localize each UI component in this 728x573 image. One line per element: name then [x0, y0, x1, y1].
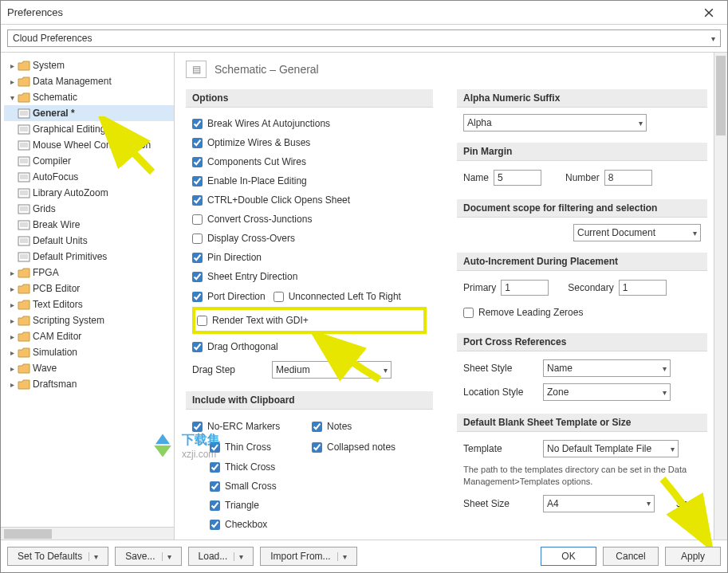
- tree-item-cam-editor[interactable]: ▸CAM Editor: [4, 328, 174, 344]
- chk-convert-cross-junctions[interactable]: Convert Cross-Junctions: [192, 210, 427, 229]
- tree-item-wave[interactable]: ▸Wave: [4, 360, 174, 376]
- page-icon: [17, 219, 31, 230]
- chk-notes[interactable]: Notes: [312, 417, 352, 436]
- page-title: Schematic – General: [214, 63, 319, 76]
- template-select[interactable]: No Default Template File▾: [543, 440, 679, 457]
- tree-item-break-wire[interactable]: Break Wire: [4, 217, 174, 233]
- suffix-select[interactable]: Alpha▾: [463, 114, 647, 131]
- drag-step-select[interactable]: Medium▾: [272, 361, 392, 379]
- nav-tree[interactable]: ▸System▸Data Management▾SchematicGeneral…: [1, 53, 174, 527]
- chk-ctrl-double-click-opens-sheet[interactable]: CTRL+Double Click Opens Sheet: [192, 190, 427, 210]
- save-button[interactable]: Save...▾: [115, 547, 181, 566]
- tree-item-system[interactable]: ▸System: [4, 57, 174, 73]
- chk-triangle[interactable]: Triangle: [192, 496, 427, 515]
- tree-item-label: Simulation: [33, 347, 77, 358]
- folder-icon: [17, 331, 31, 342]
- suffix-group: Alpha Numeric Suffix Alpha▾: [457, 89, 707, 131]
- folder-icon: [17, 363, 31, 374]
- chevron-down-icon: ▾: [647, 499, 651, 508]
- chk-display-cross-overs[interactable]: Display Cross-Overs: [192, 229, 427, 248]
- doc-scope-select[interactable]: Current Document▾: [573, 224, 701, 241]
- pin-number-input[interactable]: 8: [604, 170, 652, 186]
- chk-unconnected-lr[interactable]: Unconnected Left To Right: [273, 287, 401, 306]
- set-defaults-button[interactable]: Set To Defaults▾: [7, 547, 108, 566]
- tree-item-fpga[interactable]: ▸FPGA: [4, 265, 174, 281]
- tree-item-mouse-wheel-configuration[interactable]: Mouse Wheel Configuration: [4, 137, 174, 153]
- auto-inc-group: Auto-Increment During Placement Primary1…: [457, 253, 707, 322]
- bottom-bar: Set To Defaults▾ Save...▾ Load...▾ Impor…: [1, 540, 727, 572]
- tree-item-compiler[interactable]: Compiler: [4, 153, 174, 169]
- primary-input[interactable]: 1: [501, 280, 549, 296]
- chevron-down-icon: ▾: [337, 552, 347, 561]
- tree-item-simulation[interactable]: ▸Simulation: [4, 344, 174, 360]
- chk-components-cut-wires[interactable]: Components Cut Wires: [192, 152, 427, 171]
- close-button[interactable]: [697, 1, 721, 25]
- chevron-right-icon: ▸: [7, 316, 17, 325]
- tree-item-label: FPGA: [33, 267, 59, 278]
- highlight-render-gdi: Render Text with GDI+: [192, 307, 427, 334]
- tree-item-label: PCB Editor: [33, 283, 80, 294]
- chk-drag-orthogonal[interactable]: Drag Orthogonal: [192, 337, 427, 356]
- chk-collapsed-notes[interactable]: Collapsed notes: [312, 438, 395, 457]
- tree-item-scripting-system[interactable]: ▸Scripting System: [4, 312, 174, 328]
- chevron-down-icon: ▾: [384, 366, 388, 375]
- chk-thick-cross[interactable]: Thick Cross: [192, 457, 427, 477]
- page-icon: [17, 251, 31, 262]
- chevron-down-icon: ▾: [234, 552, 243, 561]
- tree-item-default-units[interactable]: Default Units: [4, 233, 174, 249]
- pin-name-input[interactable]: 5: [494, 170, 541, 186]
- tree-item-label: Scripting System: [33, 315, 104, 326]
- chk-small-cross[interactable]: Small Cross: [192, 477, 427, 496]
- primary-label: Primary: [463, 282, 496, 293]
- auto-inc-title: Auto-Increment During Placement: [457, 253, 707, 271]
- chk-thin-cross[interactable]: Thin Cross: [192, 438, 304, 457]
- location-style-select[interactable]: Zone▾: [543, 383, 671, 401]
- chk-render-gdi[interactable]: Render Text with GDI+: [197, 311, 422, 330]
- tree-item-text-editors[interactable]: ▸Text Editors: [4, 296, 174, 312]
- secondary-label: Secondary: [568, 282, 613, 293]
- sheet-size-select[interactable]: A4▾: [543, 495, 655, 512]
- tree-item-grids[interactable]: Grids: [4, 201, 174, 217]
- tree-item-label: Compiler: [33, 155, 71, 167]
- preferences-scope-combo[interactable]: Cloud Preferences ▾: [7, 29, 721, 47]
- import-from-button[interactable]: Import From...▾: [260, 547, 356, 566]
- chk-optimize-wires-buses[interactable]: Optimize Wires & Buses: [192, 133, 427, 152]
- vertical-scrollbar[interactable]: [714, 53, 727, 540]
- chk-sheet-entry-direction[interactable]: Sheet Entry Direction: [192, 267, 427, 286]
- chevron-right-icon: ▸: [7, 268, 17, 277]
- chk-remove-leading-zeroes[interactable]: Remove Leading Zeroes: [463, 303, 701, 322]
- sheet-style-select[interactable]: Name▾: [543, 359, 671, 377]
- chevron-right-icon: ▸: [7, 347, 17, 357]
- tree-item-default-primitives[interactable]: Default Primitives: [4, 249, 174, 265]
- tree-item-label: Text Editors: [33, 299, 83, 310]
- cancel-button[interactable]: Cancel: [603, 547, 659, 566]
- tree-item-library-autozoom[interactable]: Library AutoZoom: [4, 185, 174, 201]
- page-icon: [17, 108, 31, 119]
- apply-button[interactable]: Apply: [665, 547, 721, 566]
- ok-button[interactable]: OK: [541, 547, 596, 566]
- chk-no-erc[interactable]: No-ERC Markers: [192, 417, 304, 436]
- scrollbar-thumb[interactable]: [4, 529, 52, 539]
- chk-pin-direction[interactable]: Pin Direction: [192, 248, 427, 267]
- tree-item-data-management[interactable]: ▸Data Management: [4, 73, 174, 89]
- load-button[interactable]: Load...▾: [188, 547, 254, 566]
- chk-port-direction[interactable]: Port Direction: [192, 287, 266, 306]
- options-title: Options: [186, 89, 433, 108]
- tree-item-general[interactable]: General *: [4, 105, 174, 121]
- scrollbar-thumb[interactable]: [716, 56, 726, 135]
- chk-checkbox[interactable]: Checkbox: [192, 515, 427, 534]
- tree-item-label: Grids: [33, 203, 56, 214]
- main-panel: ▤ Schematic – General Options Break Wire…: [175, 53, 727, 540]
- tree-item-pcb-editor[interactable]: ▸PCB Editor: [4, 281, 174, 296]
- horizontal-scrollbar[interactable]: [1, 527, 174, 540]
- chevron-down-icon: ▾: [693, 229, 697, 237]
- secondary-input[interactable]: 1: [619, 280, 667, 296]
- tree-item-draftsman[interactable]: ▸Draftsman: [4, 376, 174, 392]
- tree-item-schematic[interactable]: ▾Schematic: [4, 89, 174, 105]
- doc-scope-group: Document scope for filtering and selecti…: [457, 199, 707, 241]
- chk-break-wires-at-autojunctions[interactable]: Break Wires At Autojunctions: [192, 114, 427, 133]
- tree-item-autofocus[interactable]: AutoFocus: [4, 169, 174, 185]
- tree-item-graphical-editing[interactable]: Graphical Editing: [4, 121, 174, 137]
- folder-icon: [17, 379, 31, 390]
- chk-enable-in-place-editing[interactable]: Enable In-Place Editing: [192, 171, 427, 190]
